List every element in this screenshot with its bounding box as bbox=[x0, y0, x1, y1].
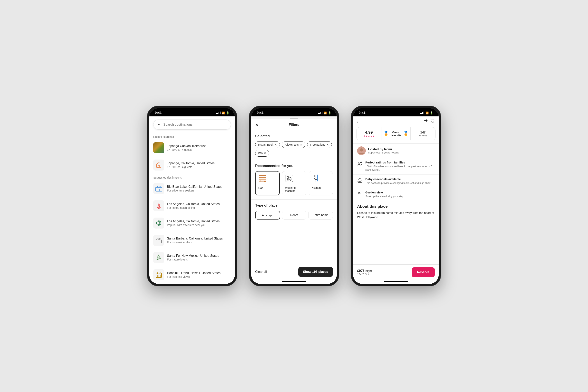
status-icons-2: 📶 🔋 bbox=[318, 111, 331, 114]
filters-title: Filters bbox=[289, 123, 299, 127]
host-row[interactable]: Hosted by Romi Superhost · 3 years hosti… bbox=[353, 144, 439, 158]
reviews-cell[interactable]: 147 Reviews bbox=[410, 128, 435, 140]
svg-point-41 bbox=[359, 164, 360, 165]
search-bar[interactable]: ← Search destinations bbox=[153, 120, 231, 130]
suggested-item-3-subtitle: Popular with travellers near you bbox=[167, 224, 220, 226]
cot-icon bbox=[258, 174, 267, 184]
feature-baby: Baby essentials available This host can … bbox=[353, 175, 439, 188]
type-any[interactable]: Any type bbox=[255, 211, 280, 220]
suggested-icon-2 bbox=[153, 200, 164, 211]
svg-rect-21 bbox=[159, 275, 160, 278]
rec-card-washing-label: Washing machine bbox=[285, 186, 303, 192]
host-avatar bbox=[357, 146, 366, 155]
suggested-item-5-title: Santa Fe, New Mexico, United States bbox=[167, 254, 219, 258]
families-icon bbox=[357, 161, 362, 168]
rating-score-value: 4.99 bbox=[365, 130, 373, 135]
washing-icon bbox=[285, 174, 294, 184]
svg-rect-10 bbox=[156, 240, 162, 243]
feature-families-title: Perfect ratings from families bbox=[365, 161, 435, 164]
feature-garden-title: Garden view bbox=[365, 191, 404, 194]
type-entire-home[interactable]: Entire home bbox=[308, 211, 333, 220]
feature-baby-title: Baby essentials available bbox=[365, 178, 431, 181]
price-amount: £976 bbox=[357, 269, 364, 273]
search-input-placeholder[interactable]: Search destinations bbox=[163, 123, 192, 126]
chip-allows-pets-label: Allows pets bbox=[285, 143, 299, 146]
listing-footer: £976 night 17–20 Oct Reserve bbox=[353, 264, 439, 280]
status-time-2: 9:41 bbox=[257, 111, 264, 115]
recent-item-1-info: Topanga Canyon Treehouse 17–20 Oct · 4 g… bbox=[167, 144, 206, 151]
rec-card-washing[interactable]: Washing machine bbox=[282, 171, 306, 196]
chip-wifi-remove[interactable]: ✕ bbox=[264, 152, 266, 155]
dynamic-island bbox=[180, 109, 204, 116]
svg-point-46 bbox=[358, 193, 359, 194]
feature-families: Perfect ratings from families 100% of fa… bbox=[353, 158, 439, 175]
svg-point-29 bbox=[288, 176, 289, 177]
treehouse-thumbnail bbox=[153, 142, 164, 153]
feature-baby-desc: This host can provide a changing table, … bbox=[365, 181, 431, 185]
suggested-item-1-title: Big Bear Lake, California, United States bbox=[167, 185, 222, 188]
recent-item-2-info: Topanga, California, United States 17–20… bbox=[167, 162, 214, 168]
suggested-item-3-info: Los Angeles, California, United States P… bbox=[167, 220, 220, 226]
price-label: night bbox=[366, 269, 372, 272]
chip-instant-book[interactable]: Instant Book ✕ bbox=[255, 141, 280, 148]
clear-all-button[interactable]: Clear all bbox=[255, 270, 267, 274]
suggested-item-6-subtitle: For inspiring views bbox=[167, 275, 220, 278]
search-header: ← Search destinations bbox=[149, 116, 235, 132]
svg-point-9 bbox=[158, 222, 160, 224]
recent-item-1[interactable]: Topanga Canyon Treehouse 17–20 Oct · 4 g… bbox=[149, 140, 235, 156]
svg-rect-4 bbox=[158, 189, 160, 191]
listing-back-button[interactable]: ‹ bbox=[357, 120, 358, 124]
signal-icon bbox=[216, 112, 220, 114]
chip-free-parking-remove[interactable]: ✕ bbox=[326, 143, 329, 146]
laurel-left-icon: 🏅 bbox=[384, 131, 389, 136]
price-main: £976 night bbox=[357, 269, 372, 273]
chip-free-parking[interactable]: Free parking ✕ bbox=[307, 141, 332, 148]
chip-allows-pets-remove[interactable]: ✕ bbox=[300, 143, 302, 146]
heart-icon[interactable] bbox=[430, 119, 435, 124]
feature-families-desc: 100% of families who stayed here in the … bbox=[365, 165, 435, 172]
chip-instant-book-remove[interactable]: ✕ bbox=[274, 143, 277, 146]
suggested-icon-1 bbox=[153, 183, 164, 194]
chip-wifi[interactable]: Wifi ✕ bbox=[255, 150, 269, 156]
suggested-item-6[interactable]: Honolulu, Oahu, Hawaii, United States Fo… bbox=[149, 267, 235, 283]
svg-point-40 bbox=[360, 162, 362, 163]
review-count-value[interactable]: 147 bbox=[420, 131, 426, 134]
suggested-item-2[interactable]: Los Angeles, California, United States F… bbox=[149, 198, 235, 214]
recent-item-2-icon bbox=[153, 160, 164, 170]
svg-rect-25 bbox=[286, 175, 293, 182]
rec-card-kitchen[interactable]: Kitchen bbox=[309, 171, 333, 196]
svg-point-38 bbox=[360, 148, 363, 152]
suggested-item-3[interactable]: Los Angeles, California, United States P… bbox=[149, 215, 235, 231]
suggested-item-5-subtitle: For nature lovers bbox=[167, 258, 219, 261]
recent-item-2[interactable]: Topanga, California, United States 17–20… bbox=[149, 157, 235, 173]
battery-icon: 🔋 bbox=[226, 111, 229, 114]
suggested-item-6-info: Honolulu, Oahu, Hawaii, United States Fo… bbox=[167, 271, 220, 278]
listing-actions bbox=[423, 119, 435, 124]
chip-allows-pets[interactable]: Allows pets ✕ bbox=[282, 141, 305, 148]
suggested-icon-4 bbox=[153, 235, 164, 246]
suggested-item-4[interactable]: Santa Barbara, California, United States… bbox=[149, 232, 235, 248]
suggested-icon-3 bbox=[153, 218, 164, 228]
suggested-item-5[interactable]: Santa Fe, New Mexico, United States For … bbox=[149, 250, 235, 266]
back-arrow-icon[interactable]: ← bbox=[158, 122, 161, 126]
baby-icon bbox=[357, 178, 362, 184]
recent-item-1-subtitle: 17–20 Oct · 4 guests bbox=[167, 148, 206, 151]
feature-families-info: Perfect ratings from families 100% of fa… bbox=[365, 161, 435, 172]
suggested-item-2-title: Los Angeles, California, United States bbox=[167, 202, 220, 206]
rec-card-cot[interactable]: Cot bbox=[255, 171, 280, 196]
suggested-item-1[interactable]: Big Bear Lake, California, United States… bbox=[149, 181, 235, 196]
battery-icon-2: 🔋 bbox=[328, 111, 331, 114]
show-places-button[interactable]: Show 193 places bbox=[298, 267, 333, 277]
feature-garden-desc: Soak up the view during your stay. bbox=[365, 195, 404, 198]
reserve-button[interactable]: Reserve bbox=[412, 267, 435, 277]
share-icon[interactable] bbox=[423, 119, 428, 124]
suggested-item-2-subtitle: For its top-notch dining bbox=[167, 206, 220, 209]
type-room[interactable]: Room bbox=[282, 211, 306, 220]
recent-item-2-title: Topanga, California, United States bbox=[167, 162, 214, 165]
listing-header: ‹ bbox=[353, 116, 439, 127]
recommended-section: Recommended for you bbox=[251, 160, 337, 196]
wifi-icon: 📶 bbox=[222, 112, 225, 114]
rating-row: 4.99 ★★★★★ 🏅 Guest favourite 🏅 147 Revie… bbox=[356, 127, 436, 140]
recent-item-2-subtitle: 17–20 Oct · 4 guests bbox=[167, 166, 214, 168]
close-button[interactable]: ✕ bbox=[255, 122, 258, 127]
